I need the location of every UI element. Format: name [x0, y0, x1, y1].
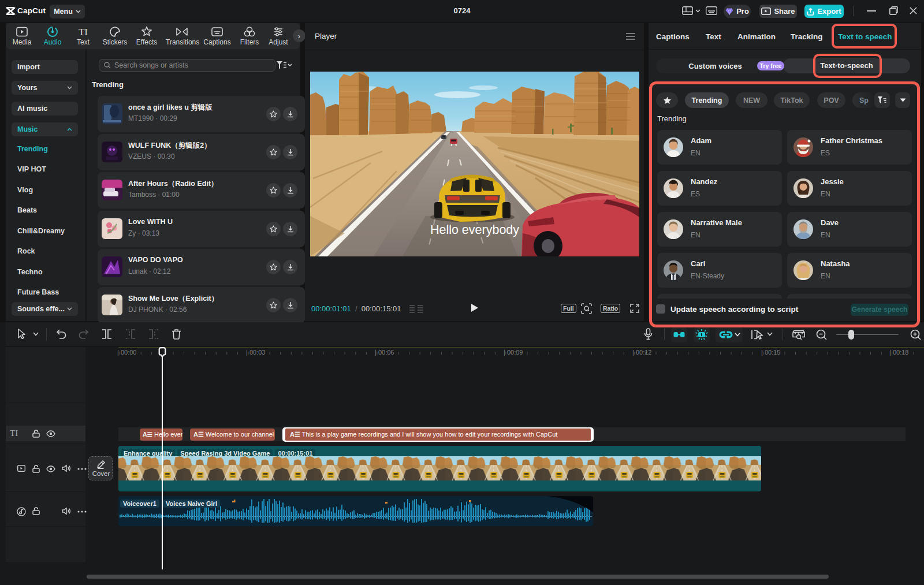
svg-text:Hello everybody: Hello everybody [430, 223, 519, 237]
svg-text:TI: TI [79, 27, 88, 38]
